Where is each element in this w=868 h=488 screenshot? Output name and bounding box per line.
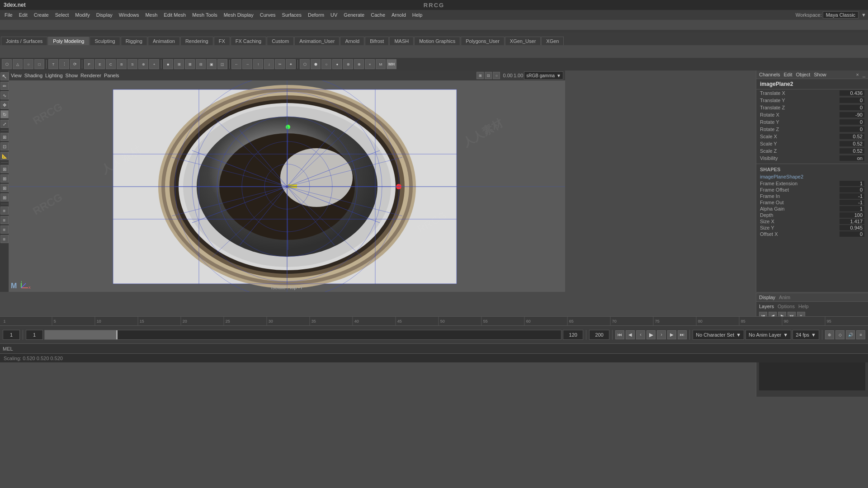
range-end-120[interactable]: 120 [563, 330, 583, 340]
menu-uv[interactable]: UV [328, 11, 340, 19]
menu-select[interactable]: Select [52, 11, 72, 19]
edit4-icon[interactable]: ↓ [264, 59, 274, 69]
edit5-icon[interactable]: ✂ [275, 59, 285, 69]
visibility-value[interactable]: on [840, 155, 864, 161]
poly2-icon[interactable]: E [95, 59, 105, 69]
vp-renderer-btn[interactable]: Renderer [80, 73, 101, 78]
layers-tab[interactable]: Layers [759, 304, 774, 309]
workspace-value[interactable]: Maya Classic [823, 11, 859, 19]
poly1-icon[interactable]: P [84, 59, 94, 69]
menu-windows[interactable]: Windows [116, 11, 142, 19]
rotate-z-value[interactable]: 0 [840, 127, 864, 132]
tab-animation-user[interactable]: Animation_User [294, 37, 340, 45]
range-start[interactable]: 1 [26, 330, 43, 340]
size-x-value[interactable]: 1.417 [840, 219, 864, 224]
rotate-x-value[interactable]: -90 [840, 112, 864, 117]
topo3-icon[interactable]: ⟳ [70, 59, 80, 69]
scale-y-value[interactable]: 0.52 [840, 141, 864, 146]
select-mode2-icon[interactable]: △ [13, 59, 23, 69]
menu-edit[interactable]: Edit [16, 11, 30, 19]
mesh3-icon[interactable]: ○ [321, 59, 331, 69]
poly5-icon[interactable]: S [127, 59, 137, 69]
vp-view-btn[interactable]: View [11, 73, 22, 78]
help-tab[interactable]: Help [798, 304, 809, 309]
tab-rigging[interactable]: Rigging [121, 37, 147, 45]
tab-rendering[interactable]: Rendering [180, 37, 213, 45]
options-tab[interactable]: Options [778, 304, 795, 309]
menu-curves[interactable]: Curves [257, 11, 278, 19]
edit2-icon[interactable]: → [242, 59, 252, 69]
play-next-btn[interactable]: ▶ [667, 330, 676, 339]
poly7-icon[interactable]: + [149, 59, 159, 69]
menu-cache[interactable]: Cache [368, 11, 388, 19]
vp-icon1[interactable]: ⊞ [476, 72, 484, 79]
select-mode4-icon[interactable]: □ [34, 59, 44, 69]
menu-mesh-display[interactable]: Mesh Display [221, 11, 256, 19]
frame-out-value[interactable]: -1 [840, 200, 864, 205]
mesh1-icon[interactable]: ⬡ [300, 59, 310, 69]
tab-xgen[interactable]: XGen [541, 37, 564, 45]
layer1-icon[interactable]: ≡ [0, 206, 9, 215]
mesh7-icon[interactable]: × [365, 59, 375, 69]
paint-tool[interactable]: ✏ [0, 82, 9, 90]
timeline-track[interactable]: 5 10 15 20 25 30 35 40 45 50 55 60 65 [9, 317, 868, 325]
vp-show-btn[interactable]: Show [66, 73, 78, 78]
channels-object-btn[interactable]: Object [796, 72, 810, 77]
play-prev-btn[interactable]: ◀ [626, 330, 635, 339]
topo1-icon[interactable]: T [48, 59, 58, 69]
panel-min-icon[interactable]: _ [863, 72, 865, 77]
workspace-dropdown-icon[interactable]: ▼ [861, 12, 866, 18]
mesh4-icon[interactable]: ● [332, 59, 342, 69]
volume-btn[interactable]: 🔊 [846, 330, 855, 339]
set-key-btn[interactable]: ◇ [835, 330, 844, 339]
mesh5-icon[interactable]: ⊗ [343, 59, 353, 69]
tab-bifrost[interactable]: Bifrost [365, 37, 389, 45]
select-mode3-icon[interactable]: ○ [24, 59, 33, 69]
tab-joints-surfaces[interactable]: Joints / Surfaces [1, 37, 47, 45]
edit6-icon[interactable]: ✦ [286, 59, 296, 69]
frame-ext-value[interactable]: 1 [840, 181, 864, 186]
magnet-tool[interactable]: ⊡ [0, 142, 9, 150]
tab-fx-caching[interactable]: FX Caching [231, 37, 266, 45]
view5-icon[interactable]: ▣ [207, 59, 217, 69]
tab-polygons-user[interactable]: Polygons_User [461, 37, 505, 45]
tab-mash[interactable]: MASH [389, 37, 414, 45]
menu-surfaces[interactable]: Surfaces [279, 11, 304, 19]
translate-y-value[interactable]: 0 [840, 98, 864, 103]
menu-arnold[interactable]: Arnold [389, 11, 409, 19]
end-frame[interactable]: 200 [589, 330, 609, 340]
snap-tool[interactable]: ⊞ [0, 133, 9, 141]
tab-fx[interactable]: FX [214, 37, 230, 45]
char-set-dropdown[interactable]: No Character Set ▼ [693, 330, 744, 340]
grid3-icon[interactable]: ⊞ [0, 184, 9, 192]
view6-icon[interactable]: ◫ [217, 59, 227, 69]
channels-show-btn[interactable]: Show [814, 72, 826, 77]
grid2-icon[interactable]: ⊞ [0, 174, 9, 183]
mh-icon[interactable]: MH [387, 59, 396, 69]
mesh8-icon[interactable]: M [376, 59, 386, 69]
view2-icon[interactable]: ⊞ [174, 59, 184, 69]
view3-icon[interactable]: ⊠ [185, 59, 195, 69]
extra-btn[interactable]: ≡ [856, 330, 865, 339]
translate-z-value[interactable]: 0 [840, 105, 864, 110]
scale-z-value[interactable]: 0.52 [840, 148, 864, 154]
tab-motion-graphics[interactable]: Motion Graphics [414, 37, 460, 45]
tab-animation[interactable]: Animation [148, 37, 180, 45]
auto-key-btn[interactable]: ⊕ [825, 330, 834, 339]
layer2-icon[interactable]: ≡ [0, 216, 9, 224]
tab-arnold[interactable]: Arnold [340, 37, 364, 45]
viewport-container[interactable]: View Shading Lighting Show Renderer Pane… [9, 70, 565, 292]
topo2-icon[interactable]: ⋮ [59, 59, 69, 69]
frame-number[interactable]: 1 [3, 330, 20, 340]
anim-layer-dropdown[interactable]: No Anim Layer ▼ [745, 330, 791, 340]
frame-in-value[interactable]: -1 [840, 193, 864, 199]
play-end-btn[interactable]: ⏭ [678, 330, 687, 339]
mesh2-icon[interactable]: ⬢ [311, 59, 321, 69]
menu-display[interactable]: Display [94, 11, 115, 19]
channels-btn[interactable]: Channels [759, 72, 780, 77]
depth-value[interactable]: 100 [840, 212, 864, 218]
tab-custom[interactable]: Custom [267, 37, 294, 45]
offset-x-value[interactable]: 0 [840, 231, 864, 237]
view4-icon[interactable]: ⊟ [196, 59, 206, 69]
selection-tool[interactable]: ↖ [0, 72, 9, 80]
